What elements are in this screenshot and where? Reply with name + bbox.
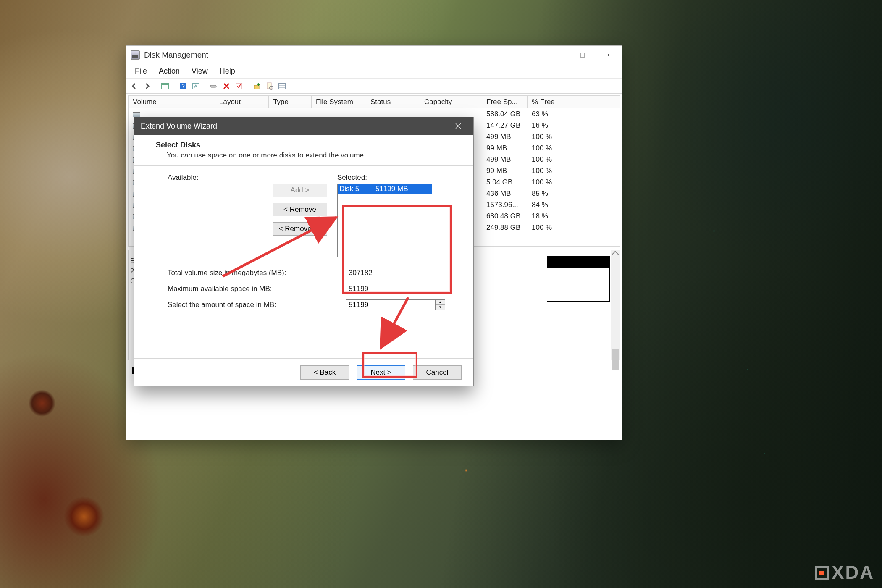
amount-input[interactable]	[346, 299, 436, 310]
properties-icon[interactable]	[264, 81, 275, 92]
svg-rect-4	[162, 83, 168, 89]
cancel-button[interactable]: Cancel	[413, 365, 462, 380]
window-title: Disk Management	[144, 50, 545, 60]
max-space-value: 51199	[346, 284, 436, 294]
col-freespace[interactable]: Free Sp...	[482, 96, 528, 108]
forward-icon[interactable]	[142, 81, 152, 92]
action-list-icon[interactable]	[190, 81, 201, 92]
wizard-close-button[interactable]	[450, 117, 467, 135]
menu-help[interactable]: Help	[214, 65, 241, 77]
total-size-value: 307182	[346, 268, 436, 278]
total-size-label: Total volume size in megabytes (MB):	[168, 269, 346, 277]
svg-rect-8	[192, 83, 199, 89]
col-type[interactable]: Type	[269, 96, 312, 108]
col-status[interactable]: Status	[366, 96, 420, 108]
selected-label: Selected:	[337, 173, 432, 182]
watermark: XDA	[815, 562, 874, 583]
col-capacity[interactable]: Capacity	[420, 96, 482, 108]
menubar: File Action View Help	[126, 64, 622, 79]
remove-button[interactable]: < Remove	[273, 203, 327, 216]
vertical-scrollbar[interactable]	[611, 250, 620, 360]
wizard-footer: < Back Next > Cancel	[134, 358, 473, 386]
scrollbar-thumb[interactable]	[612, 349, 620, 370]
view-list-icon[interactable]	[277, 81, 288, 92]
col-volume[interactable]: Volume	[129, 96, 215, 108]
wizard-step-title: Select Disks	[156, 141, 458, 150]
svg-rect-14	[279, 83, 286, 89]
upload-icon[interactable]	[252, 81, 262, 92]
back-button[interactable]: < Back	[300, 365, 349, 380]
svg-rect-12	[267, 83, 271, 89]
add-button[interactable]: Add >	[273, 184, 327, 197]
wizard-body: Available: Add > < Remove < Remove All S…	[134, 166, 473, 358]
disk-management-icon	[131, 50, 140, 60]
menu-action[interactable]: Action	[153, 65, 186, 77]
partition-block-body[interactable]	[547, 268, 610, 302]
close-button[interactable]	[595, 47, 620, 63]
spinner-down-button[interactable]: ▼	[436, 305, 445, 310]
selected-listbox[interactable]: Disk 5 51199 MB	[337, 184, 432, 257]
maximize-button[interactable]	[570, 47, 595, 63]
col-pctfree[interactable]: % Free	[528, 96, 586, 108]
max-space-label: Maximum available space in MB:	[168, 285, 346, 293]
menu-file[interactable]: File	[129, 65, 153, 77]
wizard-title: Extend Volume Wizard	[141, 122, 450, 131]
spinner-up-button[interactable]: ▲	[436, 300, 445, 305]
minimize-button[interactable]	[545, 47, 570, 63]
wizard-header: Select Disks You can use space on one or…	[134, 135, 473, 166]
volume-icon	[133, 112, 140, 117]
extend-volume-wizard: Extend Volume Wizard Select Disks You ca…	[134, 117, 474, 386]
delete-icon[interactable]	[221, 81, 232, 92]
wizard-titlebar[interactable]: Extend Volume Wizard	[134, 117, 473, 135]
next-button[interactable]: Next >	[357, 365, 405, 380]
col-filesystem[interactable]: File System	[312, 96, 366, 108]
selected-disk-size: 51199 MB	[375, 185, 408, 193]
table-header: Volume Layout Type File System Status Ca…	[129, 96, 620, 108]
available-label: Available:	[168, 173, 262, 182]
check-icon[interactable]	[234, 81, 244, 92]
svg-rect-1	[580, 53, 585, 57]
svg-text:?: ?	[181, 83, 185, 89]
settings-icon[interactable]	[208, 81, 219, 92]
available-listbox[interactable]	[168, 184, 262, 257]
amount-label: Select the amount of space in MB:	[168, 301, 346, 309]
back-icon[interactable]	[129, 81, 140, 92]
menu-view[interactable]: View	[186, 65, 214, 77]
wizard-step-subtitle: You can use space on one or more disks t…	[167, 151, 458, 160]
selected-disk-name: Disk 5	[339, 185, 375, 193]
partition-block-header[interactable]	[547, 256, 610, 268]
titlebar[interactable]: Disk Management	[126, 46, 622, 64]
toolbar: ?	[126, 79, 622, 94]
show-hide-tree-icon[interactable]	[160, 81, 171, 92]
svg-rect-9	[210, 85, 216, 87]
selected-disk-item[interactable]: Disk 5 51199 MB	[338, 184, 432, 194]
help-icon[interactable]: ?	[178, 81, 189, 92]
remove-all-button[interactable]: < Remove All	[273, 222, 327, 236]
col-layout[interactable]: Layout	[215, 96, 269, 108]
amount-spinner[interactable]: ▲ ▼	[436, 299, 445, 310]
